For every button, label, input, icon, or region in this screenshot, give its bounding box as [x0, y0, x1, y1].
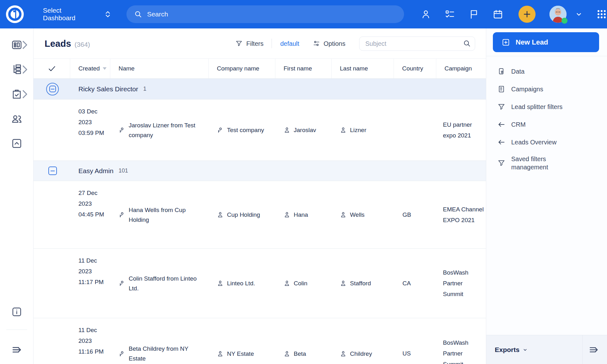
collapse-panel-icon[interactable] — [588, 344, 599, 355]
dashboard-selector[interactable]: Select Dashboard — [43, 7, 111, 22]
search-icon[interactable] — [463, 39, 471, 48]
person-icon — [283, 211, 291, 218]
lead-row[interactable]: 27 Dec 2023 04:45 PM Hana Wells from Cup… — [34, 181, 486, 249]
funnel-icon — [235, 40, 243, 47]
lead-row[interactable]: 11 Dec 2023 11:16 PM Beta Childrey from … — [34, 318, 486, 364]
cell-created: 11 Dec 2023 11:16 PM — [70, 318, 110, 357]
cell-first-name: Hana — [275, 210, 331, 220]
user-avatar[interactable] — [549, 6, 567, 23]
cell-last-name: Stafford — [331, 278, 394, 288]
menu-item-saved-filters-management[interactable]: Saved filters management — [497, 151, 602, 175]
column-header-country[interactable]: Country — [394, 59, 436, 78]
info-icon[interactable] — [11, 306, 22, 318]
panel-menu: Data Campaigns Lead splitter filters CRM… — [497, 63, 602, 175]
menu-item-campaigns[interactable]: Campaigns — [497, 80, 602, 98]
active-filter-link[interactable]: default — [280, 40, 299, 47]
group-row-ricky-sales-director[interactable]: Ricky Sales Director 1 — [34, 79, 486, 100]
column-header-created[interactable]: Created — [70, 59, 110, 78]
cell-name: Hana Wells from Cup Holding — [110, 205, 208, 225]
options-button[interactable]: Options — [313, 40, 346, 47]
collapse-group-button[interactable] — [46, 83, 59, 95]
cell-created: 03 Dec 2023 03:59 PM — [70, 100, 110, 138]
app-logo[interactable] — [0, 0, 30, 28]
toolbar-divider — [272, 39, 272, 48]
person-icon — [217, 350, 224, 357]
apps-grid-icon[interactable] — [596, 9, 607, 20]
chevron-right-icon — [19, 88, 31, 100]
global-search[interactable] — [126, 5, 404, 23]
column-header-last-name[interactable]: Last name — [331, 59, 394, 78]
menu-item-data[interactable]: Data — [497, 63, 602, 80]
sliders-icon — [313, 40, 320, 47]
select-all-header[interactable] — [34, 59, 70, 78]
leads-list-page: Leads (364) Filters default Options — [34, 28, 486, 364]
sidebar-item-projects[interactable] — [0, 61, 34, 78]
subject-input[interactable] — [359, 36, 475, 51]
exports-button[interactable]: Exports — [495, 346, 528, 354]
cell-name: Colin Stafford from Linteo Ltd. — [110, 274, 208, 293]
collapse-group-button[interactable] — [46, 165, 59, 177]
search-input[interactable] — [147, 10, 396, 18]
panel-divider — [486, 56, 607, 56]
cell-company: Cup Holding — [208, 210, 275, 220]
person-icon — [217, 211, 224, 218]
calendar-icon[interactable] — [493, 9, 503, 20]
person-icon — [118, 211, 126, 218]
expand-menu-icon[interactable] — [11, 344, 23, 356]
filters-button[interactable]: Filters — [235, 40, 263, 47]
funnel-icon — [497, 103, 506, 111]
user-icon[interactable] — [420, 9, 431, 20]
chevron-right-icon — [19, 39, 31, 51]
funnel-icon — [497, 159, 506, 167]
group-count: 1 — [143, 86, 146, 92]
cell-last-name: Wells — [331, 210, 394, 220]
sidebar-divider — [6, 330, 27, 330]
menu-item-leads-overview[interactable]: Leads Overview — [497, 133, 602, 151]
search-icon — [134, 10, 142, 18]
column-header-first-name[interactable]: First name — [275, 59, 331, 78]
list-toolbar: Leads (364) Filters default Options — [34, 28, 486, 58]
tasks-icon[interactable] — [445, 9, 455, 20]
cell-first-name: Beta — [275, 349, 331, 359]
table-header-row: Created Name Company name First name Las… — [34, 58, 486, 79]
person-icon — [340, 350, 347, 357]
group-row-easy-admin[interactable]: Easy Admin 101 — [34, 161, 486, 181]
sidebar-item-upload[interactable] — [0, 135, 34, 152]
chevron-down-icon[interactable] — [575, 10, 583, 18]
page-title: Leads — [45, 38, 71, 49]
sidebar-item-tasks[interactable] — [0, 86, 34, 102]
cell-campaign: EU partner expo 2021 — [436, 119, 486, 141]
topbar-actions — [420, 6, 607, 23]
lead-row[interactable]: 11 Dec 2023 11:17 PM Colin Stafford from… — [34, 249, 486, 318]
lead-row[interactable]: 03 Dec 2023 03:59 PM Jaroslav Lizner fro… — [34, 100, 486, 161]
people-icon — [11, 113, 23, 125]
chevron-right-icon — [19, 64, 31, 76]
campaigns-icon — [497, 85, 506, 93]
flag-icon[interactable] — [469, 9, 479, 20]
quick-add-button[interactable] — [518, 6, 536, 23]
column-header-name[interactable]: Name — [110, 59, 208, 78]
sidebar-item-dashboards[interactable] — [0, 37, 34, 53]
filters-label: Filters — [246, 40, 263, 47]
group-label: Ricky Sales Director — [78, 85, 138, 93]
menu-item-crm[interactable]: CRM — [497, 116, 602, 133]
cell-last-name: Childrey — [331, 349, 394, 359]
cell-company: Linteo Ltd. — [208, 278, 275, 288]
subject-search — [359, 36, 475, 51]
sort-desc-icon — [103, 67, 107, 70]
sidebar-item-users[interactable] — [0, 111, 34, 127]
person-icon — [118, 350, 126, 357]
column-header-campaign[interactable]: Campaign — [436, 59, 486, 78]
cell-company: NY Estate — [208, 349, 275, 359]
cell-country: GB — [394, 211, 436, 218]
data-icon — [497, 67, 506, 76]
arrow-left-icon — [497, 138, 506, 146]
box-chevron-up-icon — [11, 137, 23, 149]
new-lead-button[interactable]: New Lead — [493, 32, 599, 52]
cell-created: 11 Dec 2023 11:17 PM — [70, 249, 110, 288]
group-count: 101 — [119, 167, 128, 174]
column-header-company[interactable]: Company name — [208, 59, 275, 78]
person-icon — [283, 280, 291, 287]
group-label: Easy Admin — [78, 167, 113, 175]
menu-item-lead-splitter-filters[interactable]: Lead splitter filters — [497, 98, 602, 116]
